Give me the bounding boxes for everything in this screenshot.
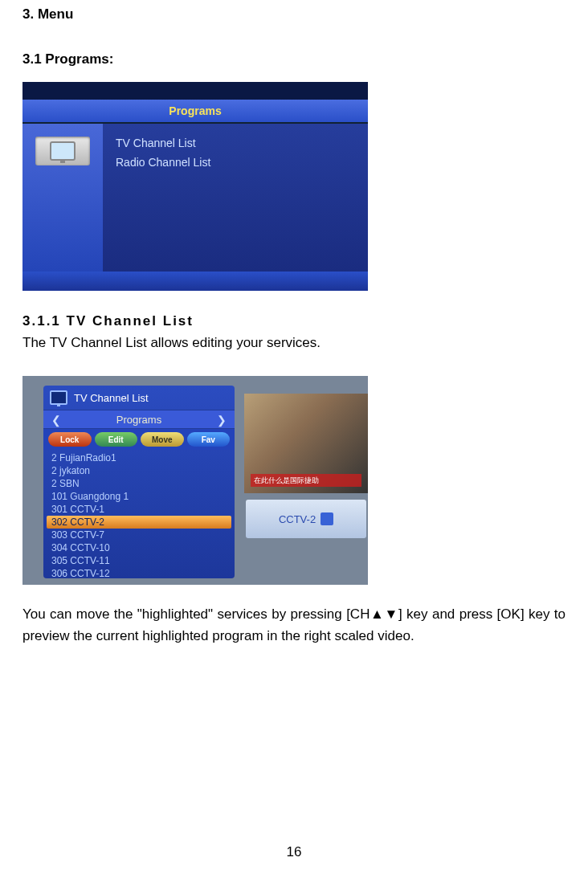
- section-heading-tv-channel-list: 3.1.1 TV Channel List: [22, 313, 566, 329]
- channel-row: 2 SBN: [51, 477, 227, 490]
- screenshot-content: TV Channel List Radio Channel List: [103, 124, 368, 272]
- pill-lock: Lock: [48, 432, 92, 447]
- channel-panel: TV Channel List Programs Lock Edit Move …: [43, 386, 235, 578]
- screenshot-sidebar: [22, 124, 103, 272]
- screenshot-body: TV Channel List Radio Channel List: [22, 124, 368, 272]
- monitor-icon: [50, 141, 76, 161]
- preview-overlay-text: 在此什么是国际捷助: [251, 474, 361, 487]
- panel-header: TV Channel List: [43, 386, 235, 410]
- info-badge-icon: [321, 512, 333, 525]
- menu-item-radio-channel-list: Radio Channel List: [116, 153, 355, 172]
- section-heading-programs: 3.1 Programs:: [22, 51, 566, 67]
- channel-row: 302 CCTV-2: [47, 516, 231, 529]
- pill-fav: Fav: [187, 432, 231, 447]
- channel-row: 306 CCTV-12: [51, 567, 227, 580]
- action-pills: Lock Edit Move Fav: [43, 429, 235, 450]
- monitor-icon: [50, 390, 67, 405]
- sidebar-item-monitor: [35, 137, 90, 165]
- screenshot-programs-menu: Programs TV Channel List Radio Channel L…: [22, 82, 368, 291]
- channel-row: 101 Guangdong 1: [51, 490, 227, 503]
- channel-row: 303 CCTV-7: [51, 529, 227, 541]
- instruction-text: You can move the "highlighted" services …: [22, 604, 566, 647]
- pill-move: Move: [141, 432, 184, 447]
- preview-info: CCTV-2: [246, 500, 366, 538]
- channel-list: 2 FujianRadio1 2 jykaton 2 SBN101 Guangd…: [43, 450, 235, 582]
- preview-label: CCTV-2: [279, 513, 316, 525]
- panel-subheader: Programs: [43, 410, 235, 429]
- channel-row: 2 jykaton: [51, 464, 227, 477]
- menu-item-tv-channel-list: TV Channel List: [116, 133, 355, 153]
- intro-text: The TV Channel List allows editing your …: [22, 333, 566, 353]
- section-heading-menu: 3. Menu: [22, 6, 566, 22]
- channel-row: 305 CCTV-11: [51, 554, 227, 567]
- pill-edit: Edit: [95, 432, 138, 447]
- screenshot-channel-list: TV Channel List Programs Lock Edit Move …: [22, 376, 368, 585]
- channel-row: 301 CCTV-1: [51, 503, 227, 516]
- screenshot-topbar: [22, 82, 368, 100]
- channel-row: 2 FujianRadio1: [51, 451, 227, 464]
- channel-row: 304 CCTV-10: [51, 541, 227, 554]
- page-number: 16: [0, 844, 588, 860]
- panel-title: TV Channel List: [74, 392, 149, 404]
- video-preview: 在此什么是国际捷助: [244, 394, 368, 493]
- screenshot-bottombar: [22, 272, 368, 291]
- screenshot-titlebar: Programs: [22, 100, 368, 124]
